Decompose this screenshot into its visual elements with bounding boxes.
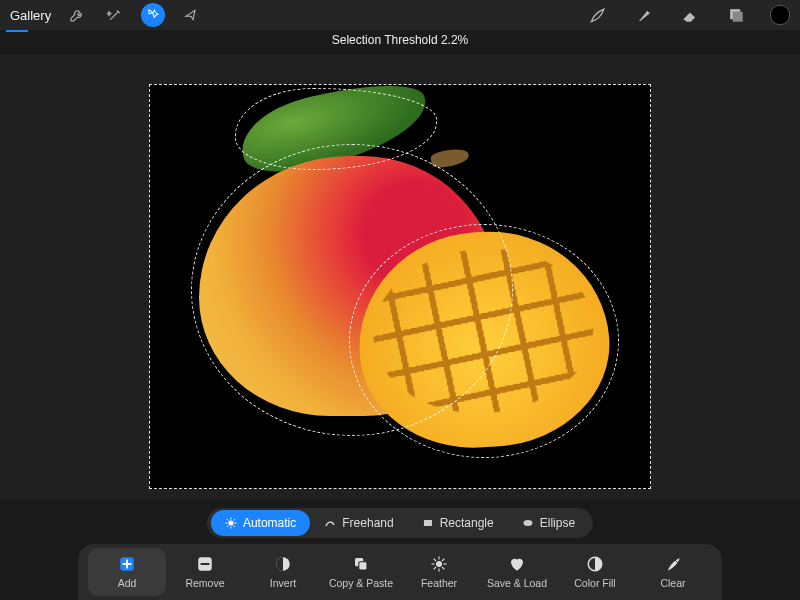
action-label: Add <box>118 577 137 589</box>
top-toolbar: Gallery <box>0 0 800 30</box>
svg-line-9 <box>227 526 229 528</box>
selection-tool-icon[interactable] <box>141 3 165 27</box>
heart-icon <box>507 555 527 573</box>
svg-point-2 <box>228 521 233 526</box>
automatic-icon <box>225 517 237 529</box>
action-feather[interactable]: Feather <box>400 548 478 596</box>
action-label: Save & Load <box>487 577 547 589</box>
action-save-load[interactable]: Save & Load <box>478 548 556 596</box>
action-label: Color Fill <box>574 577 615 589</box>
mode-label: Rectangle <box>440 516 494 530</box>
sub-toolbar: Selection Threshold 2.2% <box>0 30 800 54</box>
svg-rect-1 <box>733 12 743 22</box>
canvas-area[interactable] <box>0 54 800 500</box>
canvas-frame[interactable] <box>149 84 651 489</box>
selection-panel: Automatic Freehand Rectangle Ellipse Add… <box>0 500 800 600</box>
svg-point-12 <box>523 520 532 526</box>
eraser-icon[interactable] <box>678 3 702 27</box>
action-label: Invert <box>270 577 296 589</box>
wrench-icon[interactable] <box>65 3 89 27</box>
copy-paste-icon <box>351 555 371 573</box>
selection-action-bar: Add Remove Invert Copy & Paste Feather S… <box>78 544 722 600</box>
svg-line-24 <box>442 567 444 569</box>
transform-arrow-icon[interactable] <box>179 3 203 27</box>
mode-freehand[interactable]: Freehand <box>310 510 407 536</box>
color-fill-icon <box>585 555 605 573</box>
action-remove[interactable]: Remove <box>166 548 244 596</box>
mode-ellipse[interactable]: Ellipse <box>508 510 589 536</box>
ellipse-icon <box>522 517 534 529</box>
svg-point-18 <box>436 561 442 567</box>
color-swatch[interactable] <box>770 5 790 25</box>
clear-icon <box>663 555 683 573</box>
action-label: Copy & Paste <box>329 577 393 589</box>
mode-label: Freehand <box>342 516 393 530</box>
svg-line-8 <box>233 526 235 528</box>
freehand-icon <box>324 517 336 529</box>
mode-automatic[interactable]: Automatic <box>211 510 310 536</box>
selection-mode-bar: Automatic Freehand Rectangle Ellipse <box>207 508 593 538</box>
mode-label: Automatic <box>243 516 296 530</box>
svg-line-25 <box>434 567 436 569</box>
action-add[interactable]: Add <box>88 548 166 596</box>
selection-marquee <box>149 84 651 489</box>
action-invert[interactable]: Invert <box>244 548 322 596</box>
action-color-fill[interactable]: Color Fill <box>556 548 634 596</box>
smudge-icon[interactable] <box>632 3 656 27</box>
layers-icon[interactable] <box>724 3 748 27</box>
action-label: Clear <box>660 577 685 589</box>
add-icon <box>117 555 137 573</box>
feather-icon <box>429 555 449 573</box>
invert-icon <box>273 555 293 573</box>
svg-line-10 <box>233 519 235 521</box>
mode-rectangle[interactable]: Rectangle <box>408 510 508 536</box>
action-copy-paste[interactable]: Copy & Paste <box>322 548 400 596</box>
brush-icon[interactable] <box>586 3 610 27</box>
svg-line-26 <box>442 559 444 561</box>
svg-rect-11 <box>424 520 432 526</box>
action-clear[interactable]: Clear <box>634 548 712 596</box>
svg-line-7 <box>227 519 229 521</box>
svg-line-23 <box>434 559 436 561</box>
selection-threshold-label: Selection Threshold 2.2% <box>332 33 469 47</box>
action-label: Feather <box>421 577 457 589</box>
mode-label: Ellipse <box>540 516 575 530</box>
rectangle-icon <box>422 517 434 529</box>
magic-wand-icon[interactable] <box>103 3 127 27</box>
active-tool-indicator <box>6 30 28 32</box>
svg-rect-17 <box>359 562 367 570</box>
remove-icon <box>195 555 215 573</box>
action-label: Remove <box>185 577 224 589</box>
gallery-button[interactable]: Gallery <box>10 8 51 23</box>
